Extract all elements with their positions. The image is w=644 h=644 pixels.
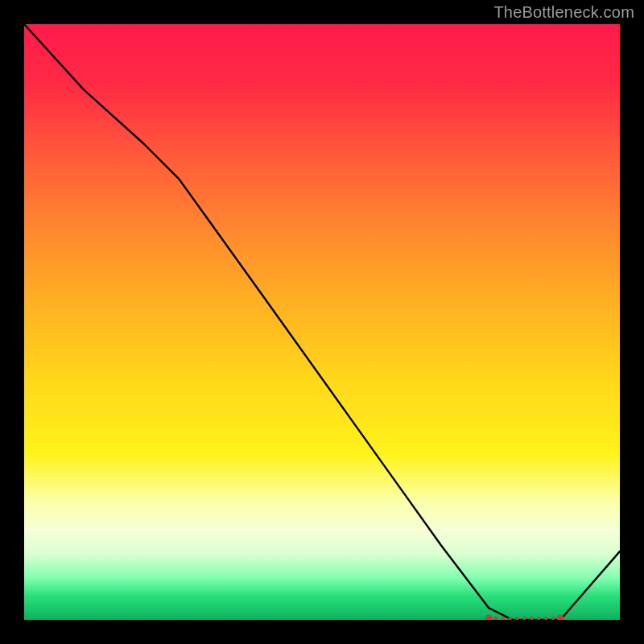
min-marker xyxy=(485,615,493,621)
min-marker xyxy=(494,617,497,620)
min-marker xyxy=(502,617,505,620)
min-marker xyxy=(516,617,519,620)
chart-frame: TheBottleneck.com xyxy=(0,0,644,644)
min-marker xyxy=(551,617,555,620)
min-marker xyxy=(544,617,547,620)
line-layer xyxy=(24,24,620,620)
bottleneck-curve xyxy=(24,24,620,620)
plot-area xyxy=(24,24,620,620)
minimum-markers xyxy=(485,615,564,621)
watermark-text: TheBottleneck.com xyxy=(493,3,634,22)
min-marker xyxy=(522,617,526,620)
min-marker xyxy=(557,615,564,621)
min-marker xyxy=(530,617,533,620)
min-marker xyxy=(537,617,540,620)
min-marker xyxy=(509,617,512,620)
